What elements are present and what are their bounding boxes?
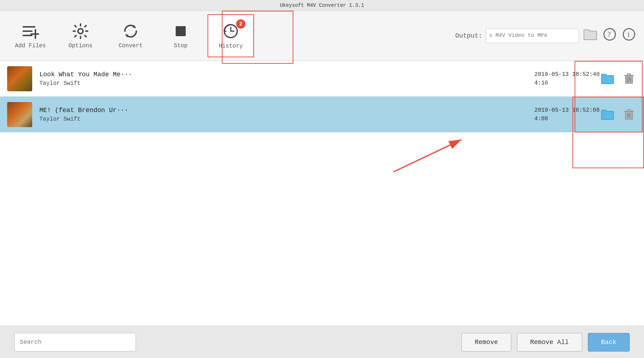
browse-folder-button[interactable] — [582, 28, 598, 44]
file-duration-2: 4:08 — [535, 116, 600, 122]
album-art-2 — [7, 102, 32, 127]
file-title-1: Look What You Made Me··· — [39, 71, 520, 78]
bottom-bar: Remove Remove All Back — [0, 326, 644, 358]
app-title: Ukeysoft M4V Converter 1.3.1 — [280, 3, 364, 8]
svg-rect-20 — [601, 111, 614, 120]
file-actions-1 — [600, 71, 637, 87]
svg-rect-8 — [584, 31, 597, 40]
history-label: History — [219, 43, 243, 49]
file-artist-1: Taylor Swift — [39, 80, 520, 87]
svg-text:?: ? — [608, 30, 611, 38]
options-icon — [72, 23, 89, 40]
toolbar: Add Files Options Convert — [0, 11, 644, 61]
delete-button-1[interactable] — [621, 71, 637, 87]
album-art-1 — [7, 66, 32, 91]
open-folder-button-2[interactable] — [600, 107, 615, 122]
file-date-1: 2019-05-13 18:52:40 — [535, 71, 600, 78]
stop-icon — [172, 23, 189, 40]
search-input[interactable] — [14, 333, 136, 352]
table-row[interactable]: ME! (feat Brendon Ur··· Taylor Swift 201… — [0, 97, 644, 132]
svg-rect-6 — [176, 26, 186, 36]
open-folder-button-1[interactable] — [600, 71, 615, 87]
options-label: Options — [68, 43, 92, 49]
output-label: Output: — [455, 32, 482, 39]
remove-all-button[interactable]: Remove All — [517, 333, 582, 352]
svg-rect-16 — [627, 74, 631, 76]
output-path-input[interactable] — [486, 29, 579, 43]
svg-rect-13 — [601, 76, 614, 84]
svg-text:i: i — [628, 30, 630, 38]
file-meta-2: 2019-05-13 18:52:08 4:08 — [535, 107, 600, 122]
stop-label: Stop — [174, 43, 187, 49]
remove-button[interactable]: Remove — [462, 333, 511, 352]
file-info-1: Look What You Made Me··· Taylor Swift — [39, 71, 520, 87]
convert-button[interactable]: Convert — [107, 14, 154, 57]
output-area: Output: ? i — [455, 28, 637, 44]
help-button[interactable]: ? — [602, 28, 618, 44]
stop-button[interactable]: Stop — [157, 14, 204, 57]
file-date-2: 2019-05-13 18:52:08 — [535, 107, 600, 113]
file-info-2: ME! (feat Brendon Ur··· Taylor Swift — [39, 107, 520, 122]
table-row[interactable]: Look What You Made Me··· Taylor Swift 20… — [0, 61, 644, 97]
convert-label: Convert — [118, 43, 142, 49]
svg-rect-23 — [627, 110, 631, 111]
content-area: Look What You Made Me··· Taylor Swift 20… — [0, 61, 644, 326]
file-meta-1: 2019-05-13 18:52:40 4:16 — [535, 71, 600, 86]
convert-icon — [122, 23, 139, 40]
info-button[interactable]: i — [621, 28, 637, 44]
add-files-label: Add Files — [15, 43, 46, 49]
bottom-buttons: Remove Remove All Back — [462, 333, 630, 352]
file-duration-1: 4:16 — [535, 80, 600, 86]
svg-point-5 — [78, 29, 83, 34]
delete-button-2[interactable] — [621, 107, 637, 122]
file-artist-2: Taylor Swift — [39, 116, 520, 122]
add-files-button[interactable]: Add Files — [7, 14, 54, 57]
back-button[interactable]: Back — [588, 333, 630, 352]
svg-line-28 — [394, 140, 462, 172]
history-button[interactable]: 2 History — [208, 14, 254, 57]
file-title-2: ME! (feat Brendon Ur··· — [39, 107, 520, 114]
options-button[interactable]: Options — [57, 14, 104, 57]
file-actions-2 — [600, 107, 637, 122]
history-badge: 2 — [236, 19, 245, 29]
add-files-icon — [22, 23, 39, 40]
title-bar: Ukeysoft M4V Converter 1.3.1 — [0, 0, 644, 11]
